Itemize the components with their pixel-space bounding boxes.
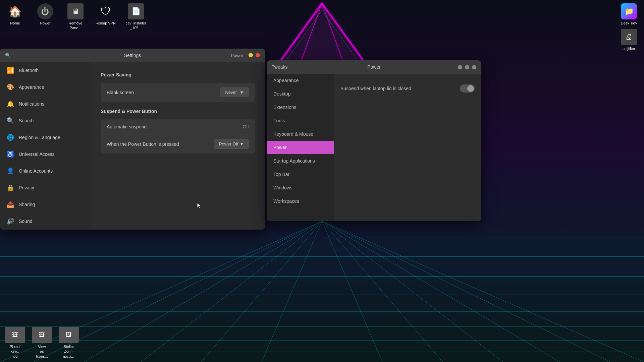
- tweaks-titlebar: Tweaks Power: [267, 60, 481, 74]
- settings-window: 🔍 Settings Power 📶 Bluetooth 🎨 Appearanc…: [0, 49, 265, 230]
- automatic-suspend-label: Automatic suspend: [107, 124, 147, 129]
- desktop-icon-remove-pane[interactable]: 🖥 Remove Pane...: [64, 3, 87, 31]
- search-icon: 🔍: [7, 117, 14, 124]
- tweaks-item-appearance-label: Appearance: [273, 78, 299, 83]
- svg-line-17: [322, 221, 443, 362]
- tweaks-item-power[interactable]: Power: [267, 141, 334, 154]
- desktop-icon-home[interactable]: 🏠 Home: [3, 3, 27, 25]
- settings-close-button[interactable]: [256, 53, 260, 57]
- desktop-icon-view-as-icons[interactable]: 🖼 ViewasIcons...: [30, 327, 54, 359]
- svg-line-12: [84, 221, 322, 362]
- sidebar-item-search[interactable]: 🔍 Search: [0, 112, 91, 129]
- settings-window-title: Settings: [124, 53, 141, 58]
- tweaks-item-top-bar[interactable]: Top Bar: [267, 168, 334, 181]
- sidebar-item-bluetooth-label: Bluetooth: [19, 68, 39, 73]
- neon-triangle: [272, 0, 372, 67]
- tweaks-item-startup-applications-label: Startup Applications: [273, 158, 315, 164]
- online-accounts-icon: 👤: [7, 167, 14, 175]
- power-saving-card: Blank screen Never ▼: [101, 83, 255, 102]
- sidebar-item-universal-access[interactable]: ♿ Universal Access: [0, 146, 91, 163]
- blank-screen-label: Blank screen: [107, 90, 134, 95]
- tweaks-item-windows-label: Windows: [273, 185, 292, 190]
- tweaks-item-fonts-label: Fonts: [273, 118, 285, 123]
- sidebar-item-region-language[interactable]: 🌐 Region & Language: [0, 129, 91, 146]
- suspend-power-card: Automatic suspend Off When the Power But…: [101, 119, 255, 154]
- tweaks-item-appearance[interactable]: Appearance: [267, 74, 334, 87]
- desktop-icons-top: 🏠 Home ⏻ Power 🖥 Remove Pane... 🛡 Riseup…: [3, 3, 148, 31]
- desktop-icon-power-label: Power: [40, 21, 50, 25]
- tweaks-item-workspaces[interactable]: Workspaces: [267, 194, 334, 208]
- suspend-laptop-lid-toggle[interactable]: [460, 84, 475, 93]
- svg-line-18: [322, 221, 503, 362]
- tweaks-item-windows[interactable]: Windows: [267, 181, 334, 194]
- desktop-icon-cnijfilter[interactable]: 🖨 cnijfilter: [617, 29, 641, 51]
- tweaks-title-right: Power: [367, 64, 381, 70]
- tweaks-item-desktop-label: Desktop: [273, 91, 290, 97]
- settings-minimize-button[interactable]: [249, 53, 253, 57]
- desktop-icon-view-as-icons-label: ViewasIcons...: [36, 344, 48, 359]
- automatic-suspend-row: Automatic suspend Off: [101, 119, 255, 134]
- notifications-icon: 🔔: [7, 100, 14, 108]
- sidebar-item-sound[interactable]: 🔊 Sound: [0, 213, 91, 230]
- sidebar-item-region-label: Region & Language: [19, 135, 60, 140]
- desktop-icon-riseup-vpn-label: Riseup VPN: [96, 21, 116, 25]
- tweaks-item-extensions-label: Extensions: [273, 105, 296, 110]
- settings-titlebar: 🔍 Settings Power: [0, 49, 265, 62]
- sidebar-item-notifications-label: Notifications: [19, 101, 44, 107]
- tweaks-item-workspaces-label: Workspaces: [273, 198, 299, 204]
- sidebar-item-universal-access-label: Universal Access: [19, 152, 55, 157]
- sidebar-item-appearance[interactable]: 🎨 Appearance: [0, 79, 91, 96]
- suspend-laptop-lid-row: Suspend when laptop lid is closed: [340, 80, 475, 97]
- blank-screen-dropdown[interactable]: Never ▼: [220, 87, 249, 97]
- desktop-icon-desk-tidy-label: Desk Tidy: [621, 21, 637, 25]
- svg-line-20: [322, 221, 610, 362]
- tweaks-item-keyboard-mouse[interactable]: Keyboard & Mouse: [267, 127, 334, 141]
- sidebar-item-privacy[interactable]: 🔒 Privacy: [0, 179, 91, 196]
- tweaks-minimize-button[interactable]: [458, 65, 462, 69]
- svg-marker-27: [278, 3, 366, 64]
- tweaks-window: Tweaks Power Appearance Desktop Extensio…: [267, 60, 481, 221]
- tweaks-item-fonts[interactable]: Fonts: [267, 114, 334, 127]
- sidebar-item-appearance-label: Appearance: [19, 84, 44, 90]
- sidebar-item-sharing[interactable]: 📤 Sharing: [0, 196, 91, 213]
- settings-sidebar: 📶 Bluetooth 🎨 Appearance 🔔 Notifications…: [0, 62, 91, 230]
- tweaks-maximize-button[interactable]: [465, 65, 469, 69]
- power-button-dropdown[interactable]: Power Off ▼: [214, 139, 249, 149]
- svg-line-13: [141, 221, 322, 362]
- desktop-icon-power[interactable]: ⏻ Power: [34, 3, 57, 25]
- desktop-icon-home-label: Home: [10, 21, 20, 25]
- tweaks-close-button[interactable]: [472, 65, 476, 69]
- tweaks-item-keyboard-mouse-label: Keyboard & Mouse: [273, 131, 313, 137]
- svg-line-16: [322, 221, 382, 362]
- universal-access-icon: ♿: [7, 150, 14, 158]
- desktop-icons-bottom: 🖼 Photofonic.jpg 🖼 ViewasIcons... 🖼 Stel…: [3, 327, 80, 359]
- sidebar-item-notifications[interactable]: 🔔 Notifications: [0, 96, 91, 112]
- suspend-power-title: Suspend & Power Button: [101, 109, 255, 114]
- power-saving-title: Power Saving: [101, 72, 255, 77]
- power-button-row: When the Power Button is pressed Power O…: [101, 134, 255, 154]
- desktop-icon-photoionic[interactable]: 🖼 Photofonic.jpg: [3, 327, 27, 359]
- suspend-laptop-lid-label: Suspend when laptop lid is closed: [340, 86, 411, 91]
- settings-main: Power Saving Blank screen Never ▼ Suspen…: [91, 62, 265, 230]
- tweaks-item-startup-applications[interactable]: Startup Applications: [267, 154, 334, 168]
- desktop-icon-cav-installer[interactable]: 📄 cav_installer _105...: [124, 3, 148, 31]
- tweaks-item-power-label: Power: [273, 145, 287, 150]
- appearance-icon: 🎨: [7, 83, 14, 91]
- tweaks-item-desktop[interactable]: Desktop: [267, 87, 334, 101]
- automatic-suspend-value: Off: [243, 124, 249, 129]
- tweaks-window-controls: [458, 65, 476, 69]
- tweaks-item-extensions[interactable]: Extensions: [267, 101, 334, 114]
- desktop-icons-right: 📁 Desk Tidy 🖨 cnijfilter: [617, 3, 641, 51]
- power-label-titlebar: Power: [231, 53, 243, 58]
- desktop-icon-photoionic-label: Photofonic.jpg: [10, 344, 20, 359]
- desktop-icon-stellar-zorin[interactable]: 🖼 StellarZorin.jpg.x...: [57, 327, 80, 359]
- desktop-icon-desk-tidy[interactable]: 📁 Desk Tidy: [617, 3, 641, 25]
- tweaks-main: Suspend when laptop lid is closed: [334, 74, 481, 221]
- region-icon: 🌐: [7, 134, 14, 141]
- sidebar-item-online-accounts-label: Online Accounts: [19, 168, 53, 174]
- power-button-value: Power Off: [219, 141, 238, 146]
- settings-search-icon[interactable]: 🔍: [5, 53, 11, 58]
- sidebar-item-online-accounts[interactable]: 👤 Online Accounts: [0, 163, 91, 179]
- sidebar-item-bluetooth[interactable]: 📶 Bluetooth: [0, 62, 91, 79]
- desktop-icon-riseup-vpn[interactable]: 🛡 Riseup VPN: [94, 3, 117, 25]
